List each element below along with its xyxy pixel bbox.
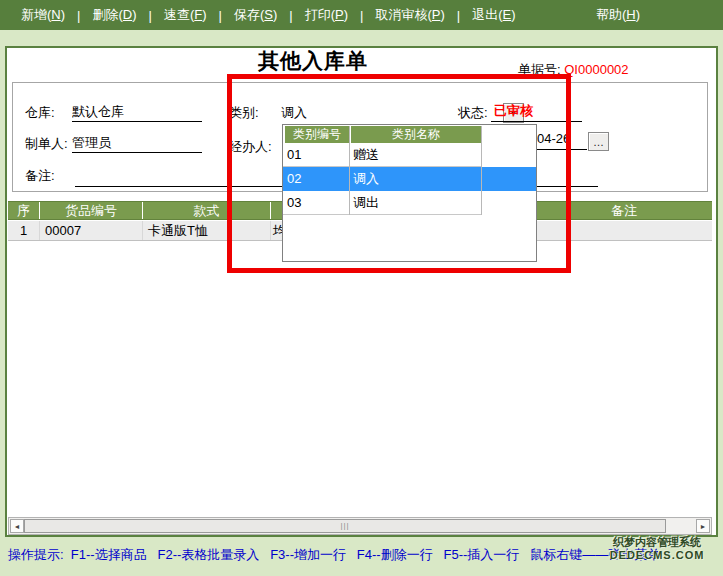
- arrow-left-icon: ◄: [14, 523, 21, 530]
- toolbar-button-exit[interactable]: 退出(E): [461, 6, 526, 24]
- cell-item-code[interactable]: 00007: [40, 221, 143, 240]
- toolbar-button-delete[interactable]: 删除(D): [81, 6, 147, 24]
- page-title: 其他入库单: [258, 47, 368, 75]
- scroll-right-button[interactable]: ►: [696, 519, 710, 533]
- warehouse-label: 仓库:: [25, 104, 55, 122]
- scroll-left-button[interactable]: ◄: [10, 519, 24, 533]
- toolbar-button-print[interactable]: 打印(P): [294, 6, 359, 24]
- watermark-line2: DEDECMS.COM: [592, 549, 722, 562]
- toolbar-button-help[interactable]: 帮助(H): [585, 6, 651, 24]
- doc-number-value: QI0000002: [564, 62, 628, 77]
- toolbar-button-save[interactable]: 保存(S): [223, 6, 288, 24]
- maker-field[interactable]: 管理员: [72, 134, 202, 153]
- toolbar-button-quick-search[interactable]: 速查(F): [153, 6, 218, 24]
- toolbar-button-cancel-audit[interactable]: 取消审核(P): [364, 6, 455, 24]
- annotation-highlight-rectangle: [227, 74, 571, 273]
- scrollbar-thumb[interactable]: |||: [24, 519, 666, 533]
- remark-label: 备注:: [25, 167, 55, 185]
- cell-seq[interactable]: 1: [8, 221, 40, 240]
- warehouse-field[interactable]: 默认仓库: [72, 103, 202, 122]
- thumb-grip-icon: |||: [340, 522, 349, 530]
- toolbar-button-new[interactable]: 新增(N): [10, 6, 76, 24]
- watermark-line1: 织梦内容管理系统: [592, 536, 722, 549]
- toolbar: 新增(N) | 删除(D) | 速查(F) | 保存(S) | 打印(P) | …: [0, 0, 723, 30]
- header-item-code: 货品编号: [40, 202, 143, 219]
- watermark: 织梦内容管理系统 DEDECMS.COM: [592, 536, 722, 562]
- header-seq: 序: [8, 202, 40, 219]
- ellipsis-icon: …: [593, 136, 604, 148]
- maker-label: 制单人:: [25, 135, 68, 153]
- status-bar-hint: 操作提示: F1--选择商品 F2--表格批量录入 F3--增加一行 F4--删…: [8, 546, 660, 564]
- horizontal-scrollbar[interactable]: ◄ ||| ►: [8, 517, 712, 535]
- date-browse-button[interactable]: …: [588, 132, 609, 151]
- arrow-right-icon: ►: [700, 523, 707, 530]
